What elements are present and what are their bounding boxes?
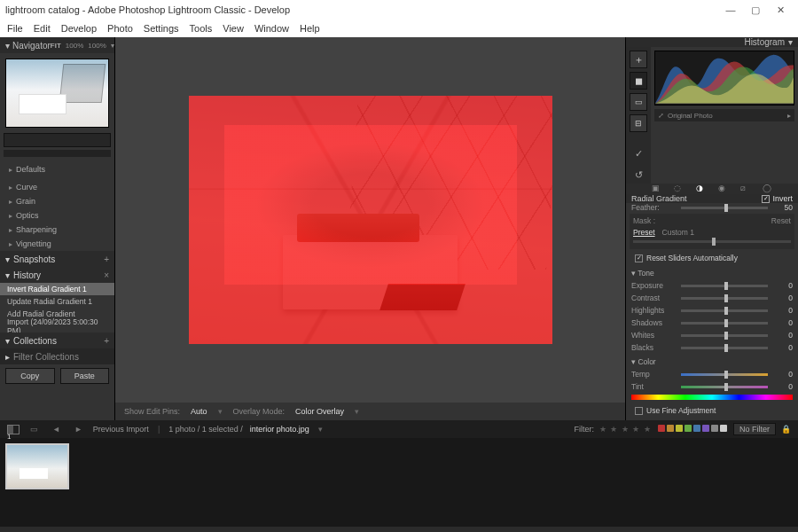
menu-help[interactable]: Help [300, 23, 320, 34]
shadows-slider[interactable]: Shadows0 [626, 317, 798, 329]
tint-slider[interactable]: Tint0 [626, 380, 798, 393]
highlights-slider[interactable]: Highlights0 [626, 304, 798, 317]
menu-develop[interactable]: Develop [61, 23, 97, 34]
reset-sliders-checkbox[interactable]: ✓ [635, 254, 643, 262]
mask-tab-custom[interactable]: Custom 1 [662, 228, 694, 237]
minimize-button[interactable]: — [718, 4, 743, 15]
original-photo-toggle[interactable]: ⤢ Original Photo ▸ [654, 109, 794, 121]
invert-label: Invert [772, 194, 793, 203]
chevron-right-icon: ▸ [5, 352, 10, 362]
chevron-down-icon[interactable]: ▾ [318, 425, 323, 434]
second-monitor-icon[interactable]: ▭ [27, 425, 42, 434]
mask-option-icon[interactable]: ▭ [630, 93, 647, 111]
navigator-label: ▾ Navigator [5, 41, 51, 51]
show-edit-pins-value[interactable]: Auto [191, 407, 207, 416]
blacks-slider[interactable]: Blacks0 [626, 341, 798, 354]
preset-sharpening[interactable]: ▸Sharpening [0, 223, 114, 237]
menu-view[interactable]: View [223, 23, 244, 34]
filmstrip[interactable]: 1 [0, 438, 798, 527]
photo-preview[interactable] [189, 96, 552, 344]
contrast-slider[interactable]: Contrast0 [626, 292, 798, 304]
history-row[interactable]: Invert Radial Gradient 1 [0, 283, 114, 295]
add-icon[interactable]: + [104, 254, 109, 264]
mask-option-icon[interactable]: ⊟ [630, 114, 647, 132]
chevron-right-icon: ▸ [9, 166, 12, 174]
chevron-right-icon: ▸ [9, 226, 12, 234]
app-frame: ▾ Navigator FIT 100% 100% ▾ ▸ Defaults ▸… [0, 37, 798, 532]
chevron-down-icon: ▾ [5, 336, 10, 346]
add-icon[interactable]: + [104, 336, 109, 346]
mask-block: Mask : Reset Preset Custom 1 [630, 214, 794, 249]
history-header[interactable]: ▾ History × [0, 267, 114, 283]
menu-photo[interactable]: Photo [107, 23, 133, 34]
mask-label: Mask : [633, 216, 655, 225]
center-panel: Show Edit Pins: Auto ▾ Overlay Mode: Col… [115, 37, 625, 420]
preset-curve[interactable]: ▸Curve [0, 180, 114, 194]
filmstrip-thumb[interactable] [5, 443, 69, 489]
preset-tabs[interactable] [4, 133, 111, 147]
breadcrumb-source[interactable]: Previous Import [93, 425, 149, 434]
zoom-fit[interactable]: FIT [51, 42, 61, 50]
add-mask-button[interactable]: ＋ [630, 51, 647, 68]
mask-tab-preset[interactable]: Preset [633, 228, 655, 237]
paste-button[interactable]: Paste [60, 368, 110, 384]
show-edit-pins-label: Show Edit Pins: [124, 407, 180, 416]
canvas[interactable] [115, 37, 625, 403]
nav-back-icon[interactable]: ◄ [49, 425, 64, 434]
zoom-pct[interactable]: 100% [88, 42, 106, 50]
radial-gradient-region[interactable] [224, 125, 517, 285]
mask-thumb[interactable]: ◼ [630, 72, 647, 90]
copy-button[interactable]: Copy [5, 368, 55, 384]
collections-header[interactable]: ▾ Collections + [0, 332, 114, 348]
panel-grabber[interactable] [0, 527, 798, 532]
menu-file[interactable]: File [7, 23, 23, 34]
history-row[interactable]: Import (24/09/2023 5:00:30 PM) [0, 320, 114, 332]
whites-slider[interactable]: Whites0 [626, 329, 798, 341]
check-icon[interactable]: ✓ [630, 145, 647, 162]
histogram[interactable] [654, 51, 794, 106]
clear-icon[interactable]: × [104, 270, 109, 280]
nav-fwd-icon[interactable]: ► [71, 425, 86, 434]
temp-slider[interactable]: Temp0 [626, 368, 798, 380]
histogram-header[interactable]: Histogram ▾ [626, 37, 798, 47]
menu-edit[interactable]: Edit [34, 23, 51, 34]
chevron-right-icon: ▸ [787, 112, 791, 120]
color-label-filter[interactable] [657, 425, 728, 434]
feather-slider[interactable]: Feather: 50 [626, 203, 798, 212]
filter-lock-icon[interactable]: 🔒 [781, 425, 791, 434]
history-row[interactable]: Update Radial Gradient 1 [0, 295, 114, 308]
maximize-button[interactable]: ▢ [743, 4, 768, 16]
chevron-down-icon: ▾ [631, 357, 636, 366]
discard-icon[interactable]: ↺ [630, 166, 647, 184]
exposure-slider[interactable]: Exposure0 [626, 279, 798, 292]
radial-icon[interactable]: ◯ [763, 184, 773, 194]
preset-scrollbar[interactable] [4, 150, 111, 157]
zoom-100[interactable]: 100% [66, 42, 83, 50]
preset-vignetting[interactable]: ▸Vignetting [0, 237, 114, 251]
menu-tools[interactable]: Tools [190, 23, 213, 34]
crop-icon[interactable]: ▣ [652, 184, 662, 194]
overlay-mode-value[interactable]: Color Overlay [295, 407, 344, 416]
filter-collections[interactable]: ▸ Filter Collections [0, 348, 114, 364]
fine-adjust-checkbox[interactable] [635, 407, 643, 415]
rating-filter[interactable]: ★ ★ ★ ★ ★ [599, 425, 652, 434]
menu-settings[interactable]: Settings [144, 23, 179, 34]
tone-group: ▾ Tone Exposure0 Contrast0 Highlights0 S… [626, 267, 798, 354]
preset-defaults[interactable]: ▸ Defaults [0, 162, 114, 176]
zoom-menu-icon[interactable]: ▾ [111, 42, 114, 50]
close-button[interactable]: ✕ [768, 4, 793, 16]
invert-checkbox[interactable]: ✓ [762, 195, 770, 203]
filter-preset[interactable]: No Filter [733, 423, 776, 435]
preset-grain[interactable]: ▸Grain [0, 194, 114, 208]
hue-strip[interactable] [631, 395, 793, 400]
preset-optics[interactable]: ▸Optics [0, 208, 114, 223]
heal-icon[interactable]: ◌ [674, 184, 685, 194]
redeye-icon[interactable]: ◉ [718, 184, 729, 194]
brush-icon[interactable]: ⧄ [740, 184, 751, 194]
navigator-header[interactable]: ▾ Navigator FIT 100% 100% ▾ [0, 37, 114, 53]
mask-reset[interactable]: Reset [771, 216, 791, 225]
mask-icon[interactable]: ◑ [696, 184, 707, 194]
navigator-preview[interactable] [5, 59, 109, 128]
menu-window[interactable]: Window [254, 23, 289, 34]
snapshots-header[interactable]: ▾ Snapshots + [0, 251, 114, 267]
